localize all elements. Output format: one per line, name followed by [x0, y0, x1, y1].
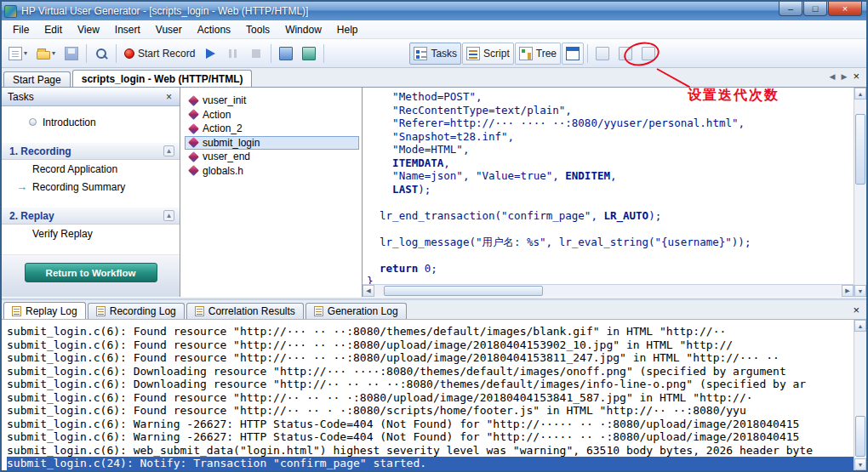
log-line[interactable]: submit_login.c(6): Found resource "http:…: [7, 391, 854, 405]
menu-item-help[interactable]: Help: [329, 21, 366, 38]
minimize-button[interactable]: –: [779, 2, 802, 16]
tasks-item[interactable]: →Recording Summary: [2, 178, 180, 196]
start-record-button[interactable]: Start Record: [120, 43, 199, 65]
editor-panel: "Method=POST", "RecContentType=text/plai…: [363, 88, 866, 297]
scrollbar-thumb[interactable]: [384, 286, 543, 296]
replay-log-output[interactable]: submit_login.c(6): Found resource "http:…: [2, 320, 854, 470]
action-file-icon: [188, 137, 199, 148]
file-item[interactable]: vuser_end: [185, 150, 359, 164]
log-vertical-scrollbar[interactable]: ▲ ▼: [854, 320, 866, 470]
stop-button[interactable]: [245, 43, 267, 65]
editor-column: "Method=POST", "RecContentType=text/plai…: [363, 88, 854, 297]
menu-item-insert[interactable]: Insert: [107, 21, 148, 38]
collapse-icon[interactable]: ▲: [163, 145, 174, 156]
scroll-right-button[interactable]: ▶: [842, 285, 854, 297]
log-line[interactable]: submit_login.c(6): web_submit_data("logi…: [7, 444, 854, 458]
menu-item-window[interactable]: Window: [277, 21, 329, 38]
log-tab[interactable]: Generation Log: [306, 303, 407, 319]
pause-button[interactable]: [222, 43, 244, 65]
code-line: ITEMDATA,: [367, 156, 854, 170]
open-script-button[interactable]: ▾: [32, 43, 60, 65]
tasks-section[interactable]: 2. Replay▲: [2, 207, 180, 225]
run-vuser-button[interactable]: [200, 43, 221, 65]
scroll-up-button[interactable]: ▲: [854, 88, 866, 100]
new-script-button[interactable]: ▾: [4, 43, 31, 65]
log-line[interactable]: submit_login.c(6): Downloading resource …: [7, 378, 854, 391]
script-icon: [466, 47, 480, 60]
tasks-item[interactable]: Verify Replay: [2, 225, 180, 242]
tasks-close-button[interactable]: ×: [164, 91, 174, 103]
scrollbar-track[interactable]: [374, 285, 842, 297]
file-item[interactable]: Action: [185, 108, 359, 122]
editor-vertical-scrollbar[interactable]: ▲ ▼: [854, 88, 866, 297]
menu-item-view[interactable]: View: [70, 21, 107, 38]
scroll-left-button[interactable]: ◀: [363, 285, 374, 297]
log-tab-label: Generation Log: [328, 305, 398, 317]
tasks-view-button[interactable]: Tasks: [409, 43, 461, 65]
tasks-item[interactable]: Introduction: [2, 113, 180, 131]
document-tab[interactable]: Start Page: [3, 71, 71, 87]
log-line[interactable]: submit_login.c(6): Found resource "http:…: [7, 338, 854, 352]
menu-item-tools[interactable]: Tools: [238, 21, 277, 38]
script-view-button[interactable]: Script: [462, 43, 514, 65]
edit-settings-button[interactable]: [591, 43, 614, 65]
menu-item-edit[interactable]: Edit: [37, 21, 70, 38]
tasks-item[interactable]: Record Application: [2, 160, 180, 178]
dropdown-arrow-icon[interactable]: ▾: [52, 49, 55, 57]
tree-view-button[interactable]: Tree: [515, 43, 561, 65]
file-item[interactable]: vuser_init: [185, 94, 359, 108]
app-icon: [4, 5, 17, 18]
menu-item-file[interactable]: File: [5, 21, 37, 38]
log-tab[interactable]: Replay Log: [3, 302, 86, 319]
show-results-button[interactable]: [298, 43, 320, 65]
scrollbar-thumb[interactable]: [855, 114, 865, 185]
log-line[interactable]: submit_login.c(6): Warning -26627: HTTP …: [7, 430, 854, 444]
scroll-down-button[interactable]: ▼: [854, 458, 866, 470]
tasks-section[interactable]: 1. Recording▲: [2, 142, 180, 160]
open-folder-icon: [37, 51, 50, 60]
tasks-panel-title: Tasks: [8, 91, 164, 103]
compile-button[interactable]: [275, 43, 297, 65]
return-to-workflow-button[interactable]: Return to Workflow: [25, 263, 157, 282]
save-button[interactable]: [60, 43, 83, 65]
log-line[interactable]: submit_login.c(6): Found resource "http:…: [7, 351, 854, 365]
scrollbar-track[interactable]: [854, 100, 866, 285]
log-line[interactable]: submit_login.c(6): Warning -26627: HTTP …: [7, 418, 854, 431]
pause-icon: [226, 47, 240, 60]
tasks-section-label: 2. Replay: [9, 210, 54, 222]
window-title: HP Virtual User Generator - [scripts_log…: [21, 5, 774, 17]
log-close-button[interactable]: ×: [849, 304, 863, 319]
editor-horizontal-scrollbar[interactable]: ◀ ▶: [363, 284, 854, 297]
file-item[interactable]: Action_2: [185, 122, 359, 136]
close-button[interactable]: ×: [828, 2, 862, 16]
search-icon: [94, 47, 108, 60]
document-tab[interactable]: scripts_login - Web (HTTP/HTML): [72, 70, 253, 87]
scroll-down-button[interactable]: ▼: [854, 285, 866, 297]
menu-item-actions[interactable]: Actions: [190, 21, 238, 38]
collapse-icon[interactable]: ▲: [163, 210, 174, 221]
log-tab[interactable]: Recording Log: [88, 303, 185, 319]
close-document-icon[interactable]: ×: [853, 70, 859, 82]
scrollbar-track[interactable]: [854, 332, 866, 458]
tasks-item-label: Record Application: [32, 163, 117, 175]
tab-forward-icon[interactable]: ▶: [841, 72, 847, 81]
dropdown-arrow-icon[interactable]: ▾: [24, 49, 27, 57]
output-window-button[interactable]: [562, 43, 584, 65]
scrollbar-thumb[interactable]: [855, 416, 865, 457]
menu-item-vuser[interactable]: Vuser: [148, 21, 190, 38]
title-bar[interactable]: HP Virtual User Generator - [scripts_log…: [2, 2, 866, 20]
scroll-up-button[interactable]: ▲: [854, 320, 866, 332]
log-tab[interactable]: Correlation Results: [186, 303, 304, 319]
search-button[interactable]: [90, 43, 112, 65]
log-line[interactable]: submit_login.c(6): Downloading resource …: [7, 365, 854, 378]
file-item[interactable]: globals.h: [185, 164, 359, 179]
file-item[interactable]: submit_login: [185, 136, 359, 151]
tab-back-icon[interactable]: ◀: [830, 72, 836, 81]
log-line[interactable]: submit_login.c(6): Found resource "http:…: [7, 325, 854, 338]
maximize-button[interactable]: □: [803, 2, 827, 16]
code-editor[interactable]: "Method=POST", "RecContentType=text/plai…: [363, 88, 854, 284]
log-line[interactable]: submit_login.c(6): Found resource "http:…: [7, 404, 854, 418]
code-line: [367, 222, 854, 236]
log-line[interactable]: submit_login.c(24): Notify: Transaction …: [7, 457, 854, 470]
tasks-footer: Return to Workflow: [2, 254, 180, 297]
